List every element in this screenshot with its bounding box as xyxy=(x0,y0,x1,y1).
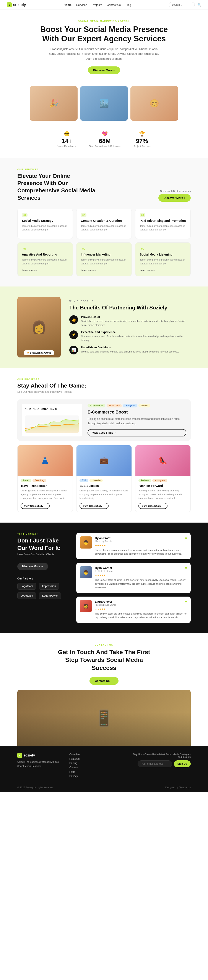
testimonials-discover-button[interactable]: Discover More → xyxy=(18,563,48,570)
nav-blog[interactable]: Blog xyxy=(125,3,131,6)
nav-home[interactable]: Home xyxy=(64,3,72,6)
chart-stat-4: 0.7% · xyxy=(51,407,58,413)
chart-stat-3: 394K · xyxy=(42,407,48,413)
testimonial-role-1: Marketing Director xyxy=(95,540,113,542)
footer-bottom: © 2023 Soziely. All rights reserved. Des… xyxy=(18,783,190,789)
fashion-case-study-button[interactable]: View Case Study → xyxy=(138,503,168,509)
footer-logo: s soziely xyxy=(18,753,61,758)
nav-links: Home Services Projects Contact Us Blog xyxy=(64,3,131,6)
service-title-3: Paid Advertising and Promotion xyxy=(140,219,186,223)
ecommerce-tag-3: Analytics xyxy=(123,404,137,407)
why-item-3: 📊 Data-Driven Decisions We use data and … xyxy=(69,346,190,355)
service-link-4[interactable]: Learn more... xyxy=(22,269,37,271)
ecommerce-tags: E-Commerce Social Ads Analytics Growth xyxy=(88,404,186,407)
footer-nav-careers[interactable]: Careers xyxy=(69,766,121,769)
project-card-travel: 👗 Travel Branding Travel Trendsetter Cre… xyxy=(18,445,73,512)
service-card-6: 06 Social Media Listening Tamer odio pul… xyxy=(135,242,190,276)
partner-logo-2: Impression xyxy=(39,583,59,590)
stat-num-experience: 14+ xyxy=(58,138,76,145)
why-item-1-desc: Soziely has a proven track record delive… xyxy=(81,320,190,327)
footer-top: s soziely Unlock The Business Potential … xyxy=(18,753,190,778)
service-desc-2: Tamer odio pulvinar pellentesque massa u… xyxy=(81,224,127,232)
project-card-tags-b2b: B2B LinkedIn xyxy=(80,479,128,482)
why-tag: Why Choose Us xyxy=(69,300,190,302)
projects-section: Our Projects Stay Ahead Of The Game: See… xyxy=(0,368,208,523)
stat-icon-followers: 💖 xyxy=(89,131,120,137)
project-tag-fashion-1: Fashion xyxy=(138,479,151,482)
search-input[interactable] xyxy=(169,2,195,7)
footer-nav-privacy[interactable]: Privacy xyxy=(69,775,121,778)
service-num-1: 01 xyxy=(22,213,27,217)
service-num-5: 05 xyxy=(81,247,86,251)
service-link-6[interactable]: Learn more... xyxy=(140,269,155,271)
quote-icon-1: " xyxy=(185,536,187,542)
navbar: s soziely Home Services Projects Contact… xyxy=(0,0,208,10)
chart-svg xyxy=(25,415,79,433)
b2b-case-study-button[interactable]: View Case Study → xyxy=(80,503,109,509)
project-card-fashion: 👠 Fashion Instagram Fashion Forward Buil… xyxy=(135,445,190,512)
testimonial-avatar-2: 👨 xyxy=(80,566,92,578)
footer-signup-button[interactable]: Sign Up xyxy=(174,760,190,767)
ecommerce-chart: 1.3K · 1.3K · 394K · 0.7% · xyxy=(22,404,82,436)
ecommerce-case-study-button[interactable]: View Case Study → xyxy=(88,429,186,436)
logo-text: soziely xyxy=(13,3,26,7)
why-item-1: 👍 Proven Result Soziely has a proven tra… xyxy=(69,315,190,327)
service-num-6: 06 xyxy=(140,247,146,251)
service-link-5[interactable]: Learn more... xyxy=(81,269,96,271)
ecommerce-desc: Helping an online retail store increase … xyxy=(88,417,186,426)
stat-num-followers: 68M xyxy=(89,138,120,145)
testimonial-text-2: The Soziely team showed us the power of … xyxy=(95,578,187,590)
services-more-link[interactable]: See more 20+ other services xyxy=(158,190,190,192)
services-header: Elevate Your Online Presence With Our Co… xyxy=(18,172,190,202)
footer-email-input[interactable] xyxy=(138,760,172,767)
testimonials-layout: Testimonials Don't Just Take Our Word Fo… xyxy=(18,533,190,623)
footer-nav-features[interactable]: Features xyxy=(69,757,121,760)
footer-nav-pricing[interactable]: Pricing xyxy=(69,762,121,765)
nav-services[interactable]: Services xyxy=(76,3,87,6)
hero-cta-button[interactable]: Discover More + xyxy=(88,67,120,74)
service-desc-4: Tamer odio pulvinar pellentesque massa u… xyxy=(22,258,68,266)
testimonial-role-3: Fashion Brand Owner xyxy=(95,604,116,606)
search-icon[interactable]: 🔍 xyxy=(197,3,201,6)
testimonials-tag: Testimonials xyxy=(18,533,69,535)
service-card-4: 04 Analytics And Reporting Tamer odio pu… xyxy=(18,242,73,276)
hero-image-2: 🏙️ xyxy=(80,86,128,121)
service-num-3: 03 xyxy=(140,213,146,217)
stars-1: ★★★★★ xyxy=(95,544,187,547)
stars-2: ★★★★★ xyxy=(95,574,187,577)
testimonial-card-inner-1: Dylan Frost Marketing Director " ★★★★★ S… xyxy=(95,536,187,556)
hero-image-1: 🎉 xyxy=(30,86,78,121)
footer-description: Unlock The Business Potential with Our S… xyxy=(18,760,61,768)
why-item-2-text: Expertise And Experience Our team is com… xyxy=(81,331,190,342)
services-discover-button[interactable]: Discover More + xyxy=(158,194,190,202)
contact-button[interactable]: Contact Us → xyxy=(90,677,118,685)
footer-nav-overview[interactable]: Overview xyxy=(69,753,121,756)
testimonial-avatar-1: 👨 xyxy=(80,536,92,549)
travel-case-study-button[interactable]: View Case Study → xyxy=(21,503,50,509)
footer-logo-icon: s xyxy=(18,753,22,758)
service-card-2: 02 Content Creation & Curation Tamer odi… xyxy=(76,208,132,239)
services-tag: Our Services xyxy=(18,169,190,171)
partners-title: Our Partners xyxy=(18,577,69,580)
partner-logo-4: LogonPower xyxy=(39,592,61,599)
ecommerce-tag-2: Social Ads xyxy=(107,404,122,407)
testimonial-name-role-1: Dylan Frost Marketing Director xyxy=(95,536,113,544)
logo-icon: s xyxy=(7,2,12,7)
project-cards: 👗 Travel Branding Travel Trendsetter Cre… xyxy=(18,445,190,512)
why-image-placeholder: 👩 🏆 Best Agency Awards xyxy=(18,297,61,358)
nav-projects[interactable]: Projects xyxy=(92,3,102,6)
stars-3: ★★★★★ xyxy=(95,608,187,611)
footer: s soziely Unlock The Business Potential … xyxy=(0,746,208,792)
logo[interactable]: s soziely xyxy=(7,2,26,7)
footer-nav-help[interactable]: Help xyxy=(69,770,121,773)
project-card-desc-b2b: Creating a content strategy for a B2B so… xyxy=(80,489,128,500)
chart-stats: 1.3K · 1.3K · 394K · 0.7% · xyxy=(25,407,79,413)
nav-contact[interactable]: Contact Us xyxy=(107,3,121,6)
ecommerce-tag-4: Growth xyxy=(138,404,150,407)
project-card-title-travel: Travel Trendsetter xyxy=(21,484,70,487)
stat-label-experience: Years Experience xyxy=(58,145,76,148)
quote-icon-3: " xyxy=(185,600,187,606)
testimonials-section: Testimonials Don't Just Take Our Word Fo… xyxy=(0,523,208,633)
service-title-5: Influencer Marketing xyxy=(81,253,127,256)
hero-title: Boost Your Social Media Presence With Ou… xyxy=(39,25,169,43)
